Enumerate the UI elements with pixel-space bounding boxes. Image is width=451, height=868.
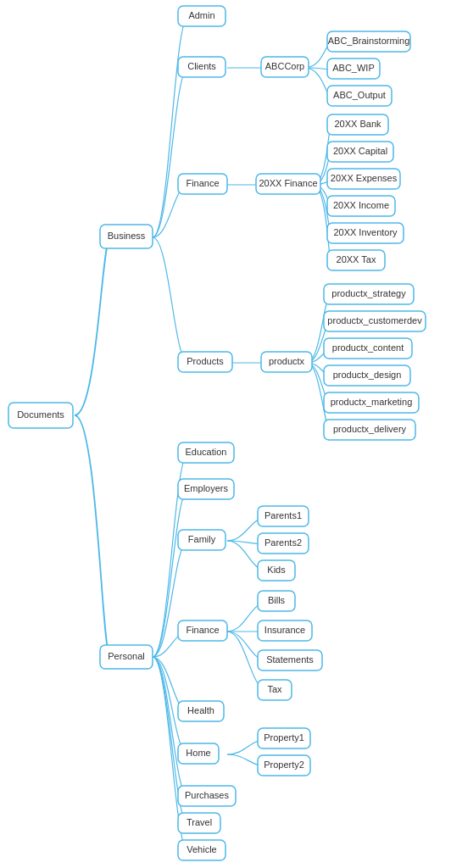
business-to-clients: [153, 68, 188, 237]
purchases-label: Purchases: [185, 790, 229, 800]
bills-label: Bills: [268, 595, 286, 605]
20xx-tax-label: 20XX Tax: [337, 254, 376, 264]
productx-delivery-label: productx_delivery: [333, 424, 407, 434]
products-label: Products: [187, 356, 224, 366]
property1-label: Property1: [264, 732, 304, 743]
root-to-business-connector: [75, 237, 110, 415]
productx-design-label: productx_design: [333, 370, 402, 380]
admin-label: Admin: [188, 10, 214, 20]
employers-label: Employers: [184, 483, 228, 493]
productx-customerdev-label: productx_customerdev: [327, 315, 422, 326]
personal-finance-label: Finance: [186, 625, 219, 635]
abc-output-label: ABC_Output: [333, 90, 386, 100]
mindmap-svg: Documents Business Personal Admin Client…: [0, 0, 451, 868]
20xx-bank-label: 20XX Bank: [334, 119, 381, 129]
statements-label: Statements: [266, 654, 314, 665]
tax-label: Tax: [267, 684, 282, 694]
parents2-label: Parents2: [264, 537, 302, 548]
abc-wip-label: ABC_WIP: [332, 63, 375, 73]
health-label: Health: [187, 705, 214, 715]
abc-brainstorming-label: ABC_Brainstorming: [328, 36, 410, 46]
insurance-label: Insurance: [264, 625, 305, 635]
20xx-capital-label: 20XX Capital: [333, 146, 387, 156]
productx-content-label: productx_content: [332, 342, 404, 353]
20xx-income-label: 20XX Income: [333, 200, 389, 210]
personal-to-purchases: [153, 657, 188, 797]
productx-marketing-label: productx_marketing: [331, 397, 413, 407]
parents1-label: Parents1: [264, 510, 302, 520]
education-label: Education: [186, 447, 227, 457]
clients-label: Clients: [187, 61, 216, 71]
travel-label: Travel: [187, 817, 212, 827]
kids-label: Kids: [267, 565, 286, 575]
productx-label: productx: [269, 356, 305, 366]
vehicle-label: Vehicle: [187, 844, 216, 854]
productx-strategy-label: productx_strategy: [331, 288, 406, 298]
root-to-personal-connector: [75, 415, 110, 657]
business-node-label: Business: [108, 231, 146, 241]
root-node-label: Documents: [17, 409, 64, 420]
business-to-admin: [153, 17, 188, 237]
business-to-products: [153, 237, 188, 363]
personal-node-label: Personal: [108, 651, 144, 661]
family-label: Family: [188, 534, 216, 544]
home-label: Home: [186, 748, 210, 758]
20xx-expenses-label: 20XX Expenses: [331, 173, 398, 183]
finance-label: Finance: [186, 178, 219, 188]
20xx-finance-label: 20XX Finance: [259, 178, 317, 188]
abccorp-label: ABCCorp: [265, 61, 304, 71]
20xx-inventory-label: 20XX Inventory: [333, 227, 398, 237]
property2-label: Property2: [264, 760, 304, 770]
